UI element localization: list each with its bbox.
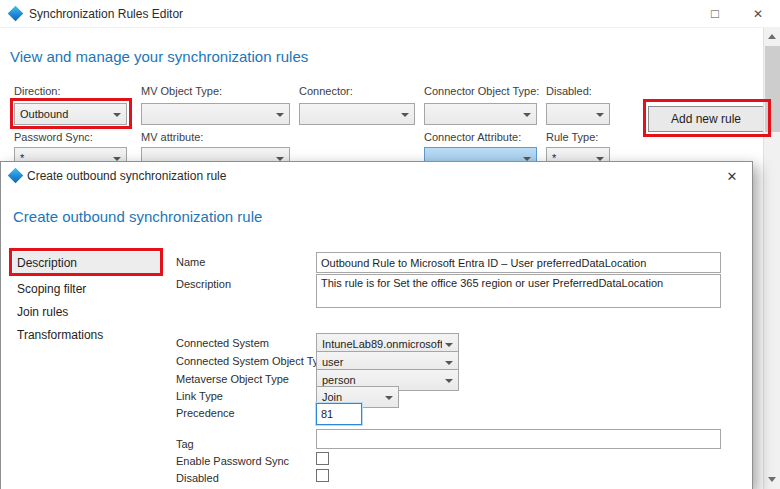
precedence-label: Precedence — [176, 407, 235, 419]
mv-attribute-label: MV attribute: — [141, 131, 203, 143]
connector-label: Connector: — [299, 85, 353, 97]
arrow-down-icon — [768, 477, 776, 482]
connected-system-object-type-label: Connected System Object Type — [176, 355, 331, 367]
disabled-label: Disabled — [176, 472, 219, 484]
chevron-down-icon — [445, 361, 453, 365]
create-rule-dialog: Create outbound synchronization rule ✕ C… — [0, 161, 753, 489]
nav-item-join-rules[interactable]: Join rules — [13, 301, 163, 323]
dialog-title: Create outbound synchronization rule — [27, 169, 226, 183]
description-input[interactable]: This rule is for Set the office 365 regi… — [316, 274, 721, 308]
app-window: Synchronization Rules Editor □ ✕ View an… — [0, 0, 780, 489]
metaverse-object-type-label: Metaverse Object Type — [176, 373, 289, 385]
title-bar: Synchronization Rules Editor □ ✕ — [0, 0, 780, 28]
connector-dropdown[interactable] — [299, 103, 415, 125]
mv-object-type-dropdown[interactable] — [141, 103, 290, 125]
description-label: Description — [176, 278, 231, 290]
dialog-close-icon[interactable]: ✕ — [722, 167, 742, 187]
connected-system-label: Connected System — [176, 337, 269, 349]
window-title: Synchronization Rules Editor — [29, 7, 183, 21]
sync-rule-dialog-icon — [8, 168, 24, 184]
maximize-icon[interactable]: □ — [696, 0, 734, 28]
chevron-down-icon — [385, 396, 393, 400]
direction-label: Direction: — [14, 85, 60, 97]
mv-object-type-label: MV Object Type: — [141, 85, 222, 97]
page-title: View and manage your synchronization rul… — [10, 48, 308, 65]
chevron-down-icon — [276, 113, 284, 117]
disabled-filter-dropdown[interactable] — [546, 103, 610, 125]
chevron-down-icon — [523, 113, 531, 117]
nav-item-scoping-filter[interactable]: Scoping filter — [13, 278, 163, 300]
chevron-down-icon — [445, 343, 453, 347]
chevron-down-icon — [113, 113, 121, 117]
scroll-up-button[interactable] — [764, 28, 780, 45]
chevron-down-icon — [401, 113, 409, 117]
password-sync-label: Password Sync: — [14, 131, 93, 143]
name-label: Name — [176, 256, 205, 268]
vertical-scrollbar[interactable] — [763, 28, 780, 489]
nav-item-transformations[interactable]: Transformations — [13, 324, 163, 346]
enable-password-sync-checkbox[interactable] — [316, 452, 329, 465]
dialog-heading: Create outbound synchronization rule — [13, 208, 262, 225]
connector-attribute-label: Connector Attribute: — [424, 131, 521, 143]
scrollbar-thumb[interactable] — [765, 46, 780, 132]
name-input[interactable] — [316, 252, 721, 273]
scroll-down-button[interactable] — [764, 471, 780, 488]
sync-rules-editor-icon — [8, 6, 24, 22]
chevron-down-icon — [596, 113, 604, 117]
chevron-down-icon — [445, 379, 453, 383]
add-new-rule-button[interactable]: Add new rule — [648, 106, 764, 132]
direction-dropdown[interactable]: Outbound — [14, 103, 127, 125]
disabled-checkbox[interactable] — [316, 469, 329, 482]
precedence-input[interactable] — [316, 403, 362, 425]
nav-item-description[interactable]: Description — [13, 252, 163, 274]
link-type-label: Link Type — [176, 390, 223, 402]
connector-object-type-label: Connector Object Type: — [424, 85, 539, 97]
enable-password-sync-label: Enable Password Sync — [176, 455, 289, 467]
close-icon[interactable]: ✕ — [736, 0, 780, 28]
tag-input[interactable] — [316, 429, 721, 449]
direction-dropdown-value: Outbound — [15, 104, 110, 124]
connector-object-type-dropdown[interactable] — [424, 103, 537, 125]
rule-type-label: Rule Type: — [546, 131, 598, 143]
disabled-filter-label: Disabled: — [546, 85, 592, 97]
tag-label: Tag — [176, 438, 194, 450]
arrow-up-icon — [768, 34, 776, 39]
